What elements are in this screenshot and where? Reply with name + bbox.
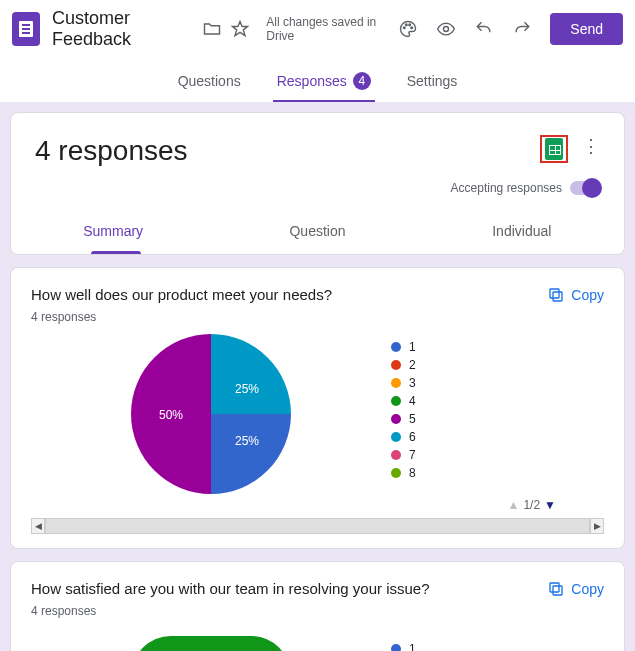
tab-responses-label: Responses bbox=[277, 73, 347, 89]
copy-chart-button-2[interactable]: Copy bbox=[547, 580, 604, 598]
question-card-2: How satisfied are you with our team in r… bbox=[10, 561, 625, 651]
response-subtabs: Summary Question Individual bbox=[11, 211, 624, 251]
tab-questions[interactable]: Questions bbox=[174, 64, 245, 102]
accepting-responses-toggle[interactable] bbox=[570, 181, 600, 195]
legend-item: 7 bbox=[391, 446, 416, 464]
copy-chart-button-1[interactable]: Copy bbox=[547, 286, 604, 304]
legend-dot bbox=[391, 432, 401, 442]
scroll-right-arrow[interactable]: ▶ bbox=[590, 518, 604, 534]
question-card-1: How well does our product meet your need… bbox=[10, 267, 625, 549]
question-2-subtitle: 4 responses bbox=[31, 604, 604, 618]
form-title[interactable]: Customer Feedback bbox=[52, 8, 194, 50]
legend-item: 5 bbox=[391, 410, 416, 428]
pager-text: 1/2 bbox=[523, 498, 540, 512]
pager-prev-icon[interactable]: ▲ bbox=[508, 498, 520, 512]
copy-label: Copy bbox=[571, 287, 604, 303]
copy-icon bbox=[547, 580, 565, 598]
create-spreadsheet-button[interactable] bbox=[540, 135, 568, 163]
scroll-track[interactable] bbox=[45, 518, 590, 534]
svg-rect-8 bbox=[550, 583, 559, 592]
responses-title: 4 responses bbox=[35, 135, 540, 167]
slice-label-25a: 25% bbox=[235, 382, 259, 396]
forms-logo bbox=[12, 12, 40, 46]
app-header: Customer Feedback All changes saved in D… bbox=[0, 0, 635, 58]
legend-item: 1 bbox=[391, 640, 416, 651]
legend-item: 2 bbox=[391, 356, 416, 374]
header-actions: Send bbox=[398, 13, 623, 45]
legend-1: 1 2 3 4 5 6 7 8 bbox=[391, 334, 416, 494]
accepting-responses-label: Accepting responses bbox=[451, 181, 562, 195]
svg-rect-7 bbox=[553, 586, 562, 595]
more-menu-icon[interactable]: ⋮ bbox=[582, 135, 600, 157]
palette-icon[interactable] bbox=[398, 19, 418, 39]
scroll-left-arrow[interactable]: ◀ bbox=[31, 518, 45, 534]
top-tabs: Questions Responses 4 Settings bbox=[0, 58, 635, 102]
send-button[interactable]: Send bbox=[550, 13, 623, 45]
slice-label-25b: 25% bbox=[235, 434, 259, 448]
legend-dot bbox=[391, 378, 401, 388]
responses-count-badge: 4 bbox=[353, 72, 371, 90]
chart-scrollbar: ◀ ▶ bbox=[31, 518, 604, 534]
question-1-subtitle: 4 responses bbox=[31, 310, 604, 324]
svg-point-2 bbox=[409, 24, 411, 26]
legend-pager: ▲ 1/2 ▼ bbox=[31, 498, 604, 512]
save-status: All changes saved in Drive bbox=[266, 15, 390, 43]
legend-2: 1 bbox=[391, 636, 416, 651]
pie-chart-1: 25% 25% 50% bbox=[131, 334, 291, 494]
legend-item: 1 bbox=[391, 338, 416, 356]
tab-settings[interactable]: Settings bbox=[403, 64, 462, 102]
legend-item: 8 bbox=[391, 464, 416, 482]
pie-chart-2 bbox=[131, 636, 291, 651]
legend-dot bbox=[391, 396, 401, 406]
subtab-summary[interactable]: Summary bbox=[11, 211, 215, 251]
responses-summary-card: 4 responses ⋮ Accepting responses Summar… bbox=[10, 112, 625, 255]
preview-icon[interactable] bbox=[436, 19, 456, 39]
legend-item: 4 bbox=[391, 392, 416, 410]
svg-point-0 bbox=[404, 27, 406, 29]
svg-point-3 bbox=[411, 27, 413, 29]
subtab-underline bbox=[91, 251, 141, 254]
legend-item: 6 bbox=[391, 428, 416, 446]
undo-icon[interactable] bbox=[474, 19, 494, 39]
redo-icon[interactable] bbox=[512, 19, 532, 39]
slice-label-50: 50% bbox=[159, 408, 183, 422]
legend-dot bbox=[391, 360, 401, 370]
legend-dot bbox=[391, 342, 401, 352]
legend-item: 3 bbox=[391, 374, 416, 392]
sheets-icon bbox=[545, 138, 563, 160]
subtab-question[interactable]: Question bbox=[215, 211, 419, 251]
tab-responses[interactable]: Responses 4 bbox=[273, 64, 375, 102]
legend-dot bbox=[391, 644, 401, 651]
legend-dot bbox=[391, 468, 401, 478]
svg-rect-6 bbox=[550, 289, 559, 298]
svg-rect-5 bbox=[553, 292, 562, 301]
legend-dot bbox=[391, 414, 401, 424]
star-icon[interactable] bbox=[230, 19, 250, 39]
subtab-individual[interactable]: Individual bbox=[420, 211, 624, 251]
chart-area-1: 25% 25% 50% 1 2 3 4 5 6 7 8 bbox=[31, 334, 604, 494]
copy-label: Copy bbox=[571, 581, 604, 597]
question-1-title: How well does our product meet your need… bbox=[31, 286, 547, 303]
legend-dot bbox=[391, 450, 401, 460]
folder-icon[interactable] bbox=[202, 19, 222, 39]
svg-point-4 bbox=[444, 27, 449, 32]
question-2-title: How satisfied are you with our team in r… bbox=[31, 580, 547, 597]
pager-next-icon[interactable]: ▼ bbox=[544, 498, 556, 512]
svg-point-1 bbox=[406, 24, 408, 26]
workspace: 4 responses ⋮ Accepting responses Summar… bbox=[0, 102, 635, 651]
copy-icon bbox=[547, 286, 565, 304]
